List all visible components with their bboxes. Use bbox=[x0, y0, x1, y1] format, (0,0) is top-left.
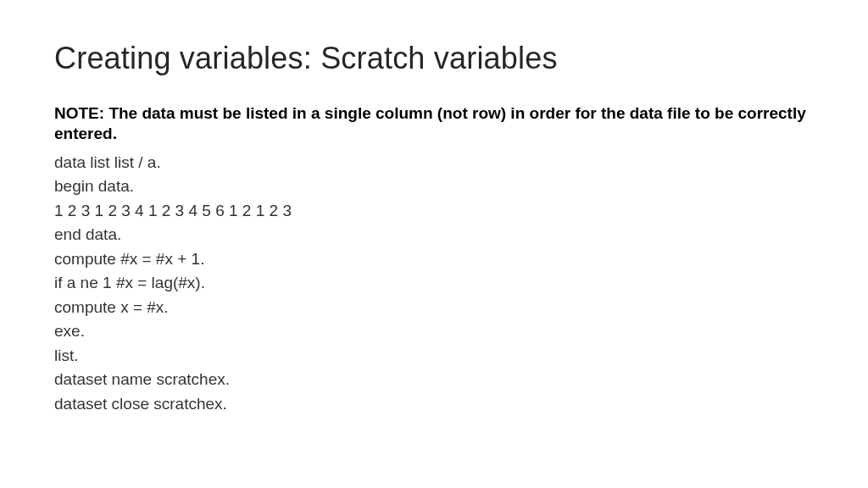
code-line: end data. bbox=[54, 223, 814, 247]
code-line: if a ne 1 #x = lag(#x). bbox=[54, 271, 814, 296]
slide-title: Creating variables: Scratch variables bbox=[54, 41, 814, 76]
code-line: list. bbox=[54, 344, 814, 369]
note-text: NOTE: The data must be listed in a singl… bbox=[54, 103, 814, 144]
code-line: dataset close scratchex. bbox=[54, 392, 814, 417]
code-line: compute x = #x. bbox=[54, 296, 814, 320]
code-line: data list list / a. bbox=[54, 151, 814, 175]
code-line: dataset name scratchex. bbox=[54, 368, 814, 392]
code-line: 1 2 3 1 2 3 4 1 2 3 4 5 6 1 2 1 2 3 bbox=[54, 199, 814, 224]
code-line: begin data. bbox=[54, 175, 814, 199]
code-line: exe. bbox=[54, 319, 814, 344]
code-line: compute #x = #x + 1. bbox=[54, 247, 814, 272]
